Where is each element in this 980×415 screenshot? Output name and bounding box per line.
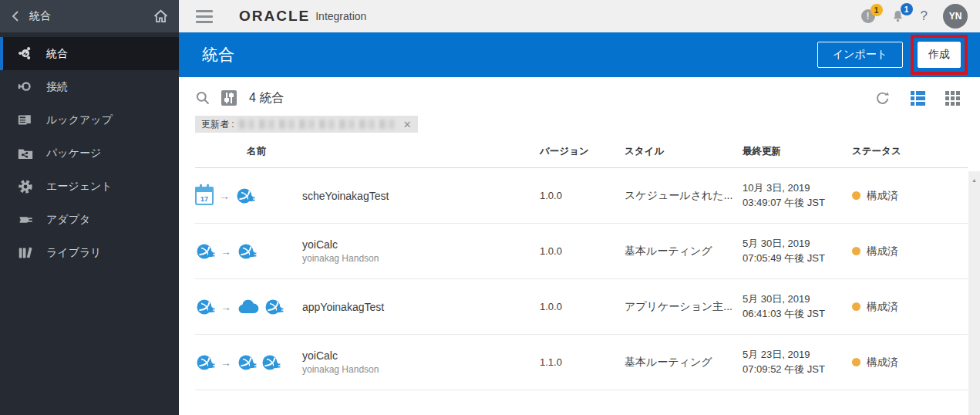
integration-name-cell[interactable]: appYoinakagTest (302, 301, 540, 313)
integration-name[interactable]: scheYoinakagTest (302, 190, 540, 202)
sidebar-item-libraries[interactable]: ライブラリ (0, 236, 179, 269)
scroll-up-icon[interactable]: ▲ (968, 177, 980, 183)
integration-name[interactable]: yoiCalc (302, 238, 540, 251)
adapters-icon (15, 211, 35, 228)
column-header-updated[interactable]: 最終更新 (743, 145, 846, 158)
alert-badge: 1 (871, 4, 883, 16)
topbar-actions: ! 1 1 ? YN (861, 4, 968, 29)
filter-button[interactable] (221, 90, 237, 106)
page-header: 統合 インポート 作成 (179, 32, 980, 77)
avatar[interactable]: YN (943, 4, 968, 29)
search-button[interactable] (195, 90, 210, 106)
last-updated-cell: 5月 23日, 2019 07:09:52 午後 JST (743, 348, 846, 377)
status-label: 構成済 (867, 189, 898, 203)
import-button[interactable]: インポート (817, 42, 903, 68)
integration-subtitle: yoinakag Handson (302, 253, 540, 264)
sidebar-header: 統合 (0, 0, 179, 32)
refresh-icon (875, 90, 891, 106)
arrow-icon: → (219, 190, 230, 202)
lookups-icon (15, 112, 35, 129)
row-type-icons: 17 → (195, 186, 302, 206)
back-button[interactable]: 統合 (11, 9, 51, 23)
grid-view-button[interactable] (945, 91, 960, 106)
column-header-version[interactable]: バージョン (540, 145, 617, 158)
sidebar-item-lookups[interactable]: ルックアップ (0, 103, 179, 137)
help-button[interactable]: ? (921, 8, 928, 24)
table-row[interactable]: → appYoinakagTest 1.0.0 アプリケーション主... 5月 … (195, 279, 968, 335)
sidebar-item-connections[interactable]: 接続 (0, 70, 179, 103)
filter-chip-label: 更新者 : (201, 118, 234, 131)
table-row[interactable]: → yoiCalc yoinakag Handson 1.0.0 基本ルーティン… (195, 224, 968, 279)
page-title: 統合 (202, 44, 234, 66)
red-annotation-box: 作成 (911, 35, 968, 75)
integration-icon (15, 46, 35, 62)
chip-close-icon[interactable]: ✕ (403, 119, 412, 130)
sidebar-item-label: パッケージ (46, 147, 101, 160)
integration-name[interactable]: yoiCalc (302, 349, 540, 362)
status-dot (852, 358, 860, 366)
sidebar-item-integrations[interactable]: 統合 (0, 37, 179, 70)
sidebar-item-packages[interactable]: パッケージ (0, 137, 179, 170)
table-row[interactable]: 17 → scheYoinakagTest 1.0.0 スケジュールされた...… (195, 168, 968, 224)
arrow-icon: → (221, 301, 231, 313)
arrow-icon: → (221, 356, 231, 369)
status-cell: 構成済 (846, 189, 968, 203)
refresh-button[interactable] (875, 90, 891, 106)
table-scrollbar[interactable]: ▲ (968, 171, 980, 415)
cloud-icon (237, 299, 260, 315)
list-view-icon (911, 91, 925, 106)
filter-chip-row: 更新者 : ✕ (195, 113, 980, 136)
home-icon (153, 9, 168, 23)
search-icon (195, 90, 210, 106)
alerts-button[interactable]: ! 1 (861, 9, 875, 23)
style-cell: アプリケーション主... (617, 300, 743, 314)
libraries-icon (15, 245, 35, 261)
integration-subtitle: yoinakag Handson (302, 364, 540, 375)
notifications-button[interactable]: 1 (891, 8, 905, 24)
last-updated-cell: 5月 30日, 2019 06:41:03 午後 JST (743, 292, 846, 322)
last-updated-cell: 5月 30日, 2019 07:05:49 午後 JST (743, 237, 846, 266)
status-cell: 構成済 (846, 356, 968, 369)
row-type-icons: → (195, 241, 302, 261)
sidebar-item-adapters[interactable]: アダプタ (0, 203, 179, 236)
status-cell: 構成済 (846, 245, 968, 258)
chevron-left-icon (11, 10, 20, 22)
integration-name-cell[interactable]: yoiCalc yoinakag Handson (302, 238, 540, 264)
table-row[interactable]: → yoiCalc yoinakag Handson 1.1.0 基本ルーティン… (195, 335, 968, 390)
rest-icon (237, 241, 257, 261)
connections-icon (15, 79, 35, 96)
column-header-name[interactable]: 名前 (195, 145, 540, 158)
column-header-status[interactable]: ステータス (846, 145, 968, 158)
version-cell: 1.0.0 (540, 190, 617, 201)
integration-name-cell[interactable]: yoiCalc yoinakag Handson (302, 349, 540, 375)
hamburger-menu-icon[interactable] (196, 7, 213, 26)
integration-name-cell[interactable]: scheYoinakagTest (302, 190, 540, 202)
filter-chip: 更新者 : ✕ (195, 116, 418, 133)
status-label: 構成済 (867, 245, 898, 258)
calendar-icon: 17 (195, 187, 214, 205)
table-header: 名前 バージョン スタイル 最終更新 ステータス (195, 136, 968, 168)
sidebar-item-agents[interactable]: エージェント (0, 170, 179, 203)
back-label: 統合 (29, 9, 51, 23)
style-cell: スケジュールされた... (617, 189, 743, 203)
rest-icon (195, 297, 215, 317)
view-controls (875, 90, 960, 106)
column-header-style[interactable]: スタイル (617, 145, 743, 158)
integration-name[interactable]: appYoinakagTest (302, 301, 540, 313)
list-view-button[interactable] (911, 91, 925, 106)
version-cell: 1.0.0 (540, 301, 617, 312)
row-type-icons: → (195, 353, 302, 373)
status-label: 構成済 (867, 300, 898, 314)
create-button[interactable]: 作成 (918, 42, 961, 68)
home-button[interactable] (153, 9, 168, 23)
sidebar: 統合 統合 (0, 0, 179, 415)
main-area: ORACLE Integration ! 1 1 ? YN (179, 0, 980, 415)
agents-icon (15, 178, 35, 195)
status-label: 構成済 (867, 356, 898, 369)
grid-view-icon (945, 91, 960, 106)
status-dot (852, 302, 860, 311)
rest-icon (237, 353, 257, 373)
packages-icon (15, 145, 35, 162)
status-dot (852, 247, 860, 255)
rest-icon (195, 241, 215, 261)
